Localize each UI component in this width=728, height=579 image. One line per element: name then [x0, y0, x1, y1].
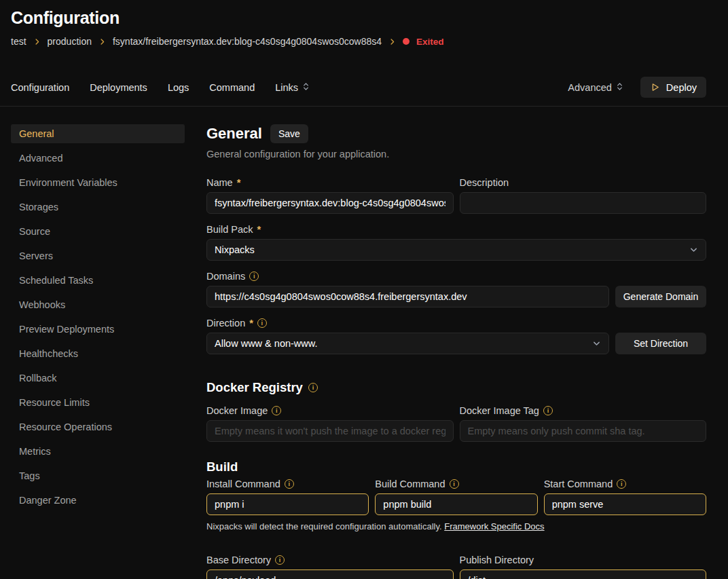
- docker-image-label: Docker Image: [206, 405, 268, 416]
- info-icon: i: [249, 272, 259, 281]
- navbar: Configuration Deployments Logs Command L…: [0, 77, 728, 98]
- install-command-input[interactable]: [206, 493, 369, 515]
- advanced-dropdown[interactable]: Advanced: [568, 82, 624, 93]
- domains-field-group: Domains i Generate Domain: [206, 271, 706, 307]
- info-icon: i: [308, 383, 318, 392]
- tab-configuration[interactable]: Configuration: [11, 82, 69, 93]
- sidebar-item-scheduled-tasks[interactable]: Scheduled Tasks: [11, 271, 185, 290]
- tab-logs[interactable]: Logs: [168, 82, 189, 93]
- generate-domain-button[interactable]: Generate Domain: [615, 286, 706, 307]
- build-command-field-group: Build Command i: [375, 479, 537, 515]
- publish-directory-input[interactable]: [460, 569, 707, 579]
- start-command-field-group: Start Command i: [544, 479, 706, 515]
- sidebar-item-rollback[interactable]: Rollback: [11, 369, 185, 388]
- direction-select[interactable]: Allow www & non-www.: [206, 333, 609, 354]
- install-command-field-group: Install Command i: [206, 479, 369, 515]
- build-command-input[interactable]: [375, 493, 537, 515]
- nav-tabs: Configuration Deployments Logs Command L…: [11, 82, 310, 93]
- general-heading: General: [206, 125, 262, 143]
- base-directory-field-group: Base Directory i: [206, 555, 454, 579]
- build-pack-selected-value: Nixpacks: [215, 244, 255, 255]
- sidebar-item-resource-limits[interactable]: Resource Limits: [11, 393, 185, 412]
- sidebar-item-advanced[interactable]: Advanced: [11, 149, 185, 168]
- build-section: Build Install Command i Build Command i: [206, 460, 706, 579]
- domains-input[interactable]: [206, 286, 609, 307]
- sidebar-item-general[interactable]: General: [11, 124, 185, 143]
- docker-image-tag-label: Docker Image Tag: [460, 405, 539, 416]
- description-input[interactable]: [460, 192, 707, 214]
- info-icon: i: [257, 318, 267, 328]
- advanced-dropdown-label: Advanced: [568, 82, 612, 93]
- build-pack-field-group: Build Pack * Nixpacks: [206, 224, 706, 261]
- chevrons-up-down-icon: [615, 82, 624, 93]
- sidebar-item-tags[interactable]: Tags: [11, 466, 185, 485]
- base-directory-input[interactable]: [206, 569, 454, 579]
- install-command-label: Install Command: [206, 479, 280, 489]
- sidebar-item-metrics[interactable]: Metrics: [11, 442, 185, 461]
- name-label: Name: [206, 177, 233, 188]
- info-icon: i: [285, 479, 294, 489]
- sidebar-item-preview-deployments[interactable]: Preview Deployments: [11, 320, 185, 339]
- sidebar-item-servers[interactable]: Servers: [11, 246, 185, 265]
- info-icon: i: [450, 479, 459, 489]
- status-dot-icon: [403, 38, 410, 45]
- general-subtitle: General configuration for your applicati…: [206, 149, 706, 160]
- direction-label: Direction: [206, 318, 245, 329]
- build-pack-label: Build Pack: [206, 224, 253, 235]
- required-asterisk: *: [249, 318, 253, 329]
- direction-selected-value: Allow www & non-www.: [215, 338, 318, 349]
- sidebar-item-environment-variables[interactable]: Environment Variables: [11, 173, 185, 192]
- info-icon: i: [272, 406, 281, 415]
- build-command-label: Build Command: [375, 479, 445, 489]
- deploy-button-label: Deploy: [666, 82, 697, 93]
- breadcrumb-project[interactable]: test: [11, 36, 26, 47]
- sidebar-item-healthchecks[interactable]: Healthchecks: [11, 344, 185, 363]
- nixpacks-note: Nixpacks will detect the required config…: [206, 521, 706, 531]
- set-direction-button[interactable]: Set Direction: [615, 333, 706, 354]
- play-icon: [650, 82, 660, 92]
- breadcrumb-application[interactable]: fsyntax/freibergersyntax.dev:blog-c4s0sg…: [113, 36, 382, 47]
- sidebar-item-danger-zone[interactable]: Danger Zone: [11, 491, 185, 510]
- name-input[interactable]: [206, 192, 454, 214]
- framework-docs-link[interactable]: Framework Specific Docs: [444, 521, 544, 531]
- name-field-group: Name *: [206, 177, 454, 214]
- tab-links[interactable]: Links: [275, 82, 310, 93]
- base-directory-label: Base Directory: [206, 555, 271, 565]
- docker-image-tag-input[interactable]: [460, 420, 707, 442]
- docker-registry-heading: Docker Registry: [206, 380, 303, 395]
- required-asterisk: *: [257, 224, 261, 235]
- info-icon: i: [617, 479, 626, 489]
- breadcrumb: test production fsyntax/freibergersyntax…: [11, 36, 717, 47]
- build-pack-select[interactable]: Nixpacks: [206, 239, 706, 261]
- page-header: Configuration test production fsyntax/fr…: [0, 0, 728, 47]
- general-panel: General Save General configuration for y…: [206, 124, 706, 579]
- start-command-label: Start Command: [544, 479, 613, 489]
- page-title: Configuration: [11, 8, 717, 28]
- chevron-right-icon: [33, 38, 41, 45]
- settings-sidebar: General Advanced Environment Variables S…: [11, 124, 185, 515]
- chevron-right-icon: [388, 38, 396, 45]
- docker-image-field-group: Docker Image i: [206, 405, 454, 442]
- breadcrumb-environment[interactable]: production: [48, 36, 92, 47]
- tab-deployments[interactable]: Deployments: [90, 82, 147, 93]
- description-field-group: Description: [460, 177, 707, 214]
- sidebar-item-source[interactable]: Source: [11, 222, 185, 241]
- tab-links-label: Links: [275, 82, 298, 93]
- nav-right: Advanced Deploy: [568, 77, 706, 98]
- docker-image-tag-field-group: Docker Image Tag i: [460, 405, 707, 442]
- sidebar-item-webhooks[interactable]: Webhooks: [11, 295, 185, 314]
- tab-command[interactable]: Command: [209, 82, 255, 93]
- domains-label: Domains: [206, 271, 245, 282]
- save-button[interactable]: Save: [270, 124, 308, 143]
- direction-field-group: Direction * i Allow www & non-www. Set D…: [206, 318, 706, 354]
- chevron-down-icon: [689, 246, 698, 255]
- build-heading: Build: [206, 460, 238, 474]
- chevron-down-icon: [592, 339, 601, 348]
- sidebar-item-storages[interactable]: Storages: [11, 198, 185, 217]
- sidebar-item-resource-operations[interactable]: Resource Operations: [11, 417, 185, 436]
- chevron-right-icon: [98, 38, 106, 45]
- docker-image-input[interactable]: [206, 420, 454, 442]
- start-command-input[interactable]: [544, 493, 706, 515]
- deploy-button[interactable]: Deploy: [640, 77, 706, 98]
- required-asterisk: *: [237, 177, 241, 188]
